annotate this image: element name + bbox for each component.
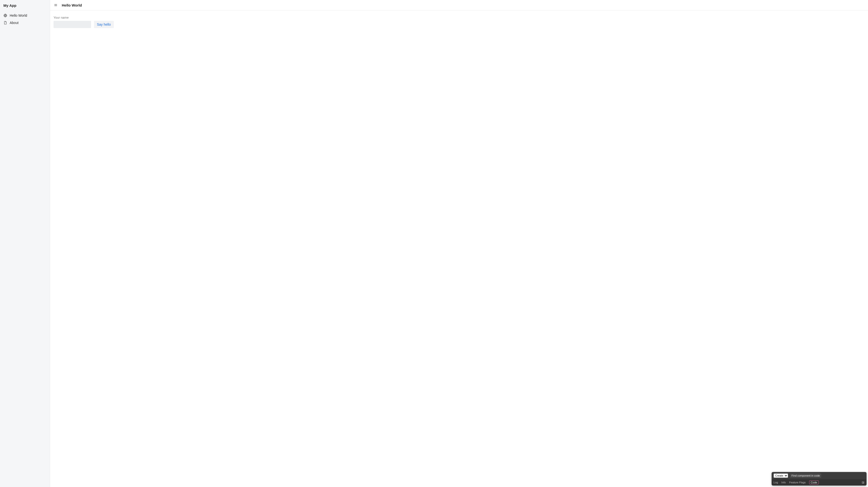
name-input[interactable] [54, 21, 91, 28]
content: Your name Say hello [50, 10, 868, 33]
form-row: Say hello [54, 21, 865, 28]
main: Hello World Your name Say hello [50, 0, 868, 487]
say-hello-button[interactable]: Say hello [94, 21, 114, 28]
devtool-tab-info[interactable]: Info [781, 481, 786, 484]
devtool-tab-code[interactable]: Code [809, 481, 819, 484]
devtool-panel: Create Find component in code Log Info F… [772, 472, 867, 486]
globe-icon [3, 13, 7, 18]
create-select[interactable]: Create [774, 474, 788, 478]
sidebar-item-about[interactable]: About [0, 19, 50, 26]
devtool-tab-feature-flags[interactable]: Feature Flags [789, 481, 806, 484]
sidebar: My App Hello World About [0, 0, 50, 487]
page-title: Hello World [62, 3, 82, 7]
popout-icon[interactable] [861, 481, 865, 484]
document-icon [3, 21, 7, 25]
sidebar-item-label: About [10, 21, 19, 25]
devtool-tab-log[interactable]: Log [774, 481, 778, 484]
devtool-top: Create Find component in code [772, 472, 867, 479]
app-title: My App [0, 0, 50, 12]
devtool-bottom: Log Info Feature Flags Code [772, 479, 867, 486]
sidebar-item-label: Hello World [10, 13, 27, 18]
header: Hello World [50, 0, 868, 10]
sidebar-item-hello-world[interactable]: Hello World [0, 12, 50, 19]
find-component-button[interactable]: Find component in code [790, 474, 821, 478]
menu-icon[interactable] [54, 3, 58, 7]
name-label: Your name [54, 16, 865, 19]
